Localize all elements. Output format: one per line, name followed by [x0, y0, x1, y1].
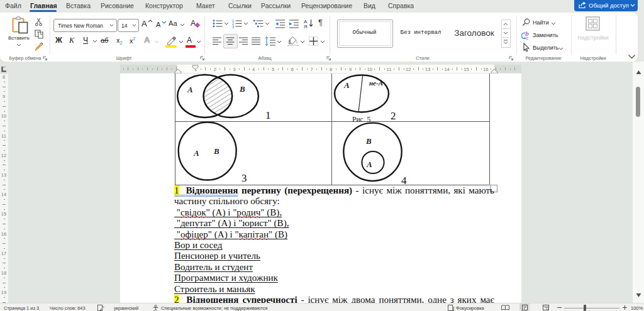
svg-text:3: 3 — [232, 25, 234, 28]
svg-text:Я: Я — [304, 24, 308, 29]
svg-text:c: c — [526, 35, 528, 40]
